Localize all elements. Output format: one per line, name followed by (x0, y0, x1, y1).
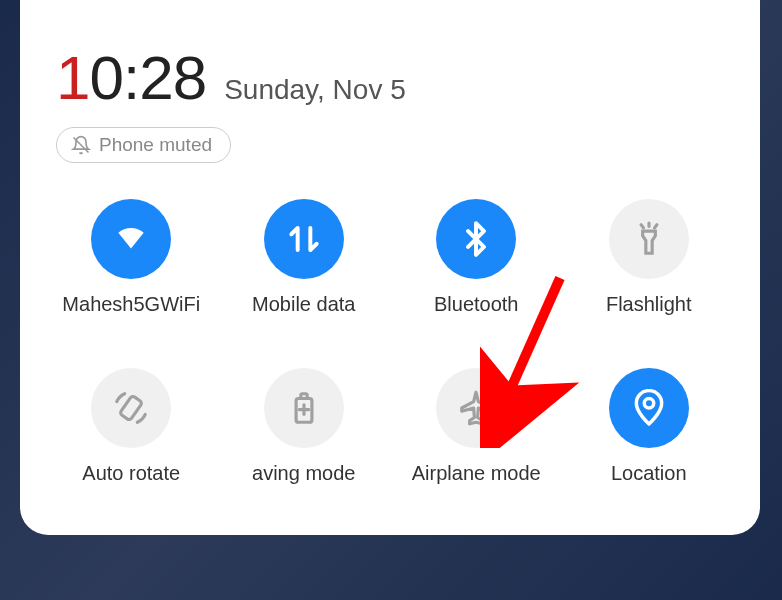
status-header: 10:28 Sunday, Nov 5 (56, 42, 730, 113)
airplane-circle (436, 368, 516, 448)
auto-rotate-circle (91, 368, 171, 448)
bell-off-icon (71, 135, 91, 155)
time-rest: 0:28 (89, 43, 206, 112)
airplane-label: Airplane mode (412, 462, 541, 485)
svg-point-9 (644, 399, 654, 409)
bluetooth-icon (457, 220, 495, 258)
bluetooth-tile[interactable]: Bluetooth (395, 199, 558, 316)
saving-mode-label: aving mode (252, 462, 355, 485)
auto-rotate-label: Auto rotate (82, 462, 180, 485)
wifi-tile[interactable]: Mahesh5GWiFi (50, 199, 213, 316)
quick-settings-panel: 10:28 Sunday, Nov 5 Phone muted Mahesh5G… (20, 0, 760, 535)
bluetooth-circle (436, 199, 516, 279)
location-tile[interactable]: Location (568, 368, 731, 485)
airplane-tile[interactable]: Airplane mode (395, 368, 558, 485)
location-circle (609, 368, 689, 448)
flashlight-icon (630, 220, 668, 258)
tiles-grid: Mahesh5GWiFi Mobile data Bluetooth (50, 199, 730, 485)
wifi-circle (91, 199, 171, 279)
date-text: Sunday, Nov 5 (224, 74, 406, 106)
wifi-label: Mahesh5GWiFi (62, 293, 200, 316)
mobile-data-label: Mobile data (252, 293, 355, 316)
phone-muted-chip[interactable]: Phone muted (56, 127, 231, 163)
svg-line-3 (654, 225, 656, 228)
svg-rect-4 (120, 395, 143, 420)
saving-mode-tile[interactable]: aving mode (223, 368, 386, 485)
saving-mode-circle (264, 368, 344, 448)
location-label: Location (611, 462, 687, 485)
battery-plus-icon (285, 389, 323, 427)
mobile-data-tile[interactable]: Mobile data (223, 199, 386, 316)
flashlight-circle (609, 199, 689, 279)
airplane-icon (457, 389, 495, 427)
flashlight-tile[interactable]: Flashlight (568, 199, 731, 316)
rotate-icon (112, 389, 150, 427)
mobile-data-circle (264, 199, 344, 279)
clock-time: 10:28 (56, 42, 206, 113)
auto-rotate-tile[interactable]: Auto rotate (50, 368, 213, 485)
wifi-icon (112, 220, 150, 258)
data-arrows-icon (285, 220, 323, 258)
svg-line-2 (641, 225, 643, 228)
svg-rect-6 (301, 394, 307, 399)
chip-label: Phone muted (99, 134, 212, 156)
time-hour-first: 1 (56, 43, 89, 112)
bluetooth-label: Bluetooth (434, 293, 519, 316)
flashlight-label: Flashlight (606, 293, 692, 316)
location-pin-icon (630, 389, 668, 427)
